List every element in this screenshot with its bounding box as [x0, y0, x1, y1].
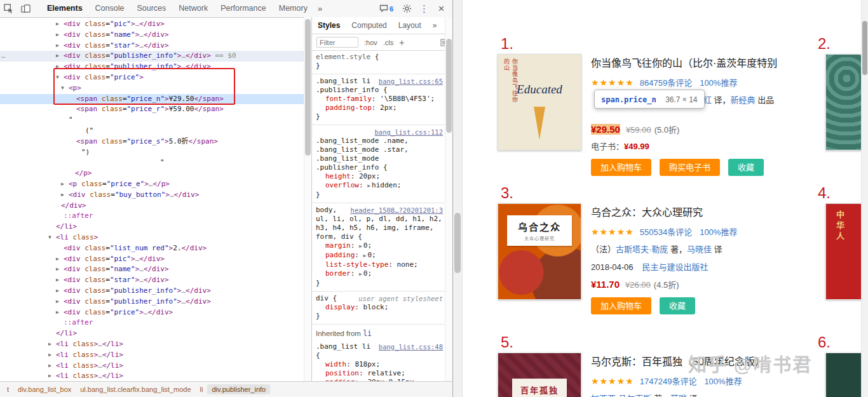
styles-tab-computed[interactable]: Computed	[346, 21, 392, 30]
page-scrollbar[interactable]	[861, 0, 868, 397]
console-messages-indicator[interactable]: 6	[374, 0, 398, 17]
collapsed-arrow-icon[interactable]: ▶	[48, 339, 51, 350]
byline-author-link[interactable]: 古斯塔夫·勒庞	[616, 245, 668, 254]
byline-author-link[interactable]: 新经典	[731, 95, 756, 105]
book-title-link[interactable]: 乌合之众：大众心理研究	[591, 204, 795, 219]
toggle-pseudo-state-button[interactable]: :hov	[364, 39, 377, 46]
css-property-value[interactable]: '\5B8B\4F53';	[380, 95, 435, 103]
book-cover[interactable]: 百年孤独	[498, 353, 581, 397]
tree-node[interactable]: <span class="price_n">¥29.50</span>	[0, 94, 304, 105]
css-property-value[interactable]: 2px;	[380, 104, 397, 112]
css-declaration[interactable]: padding: ▶0;	[316, 251, 443, 260]
collapsed-arrow-icon[interactable]: ▶	[56, 264, 59, 275]
css-property-value[interactable]: 0;	[363, 241, 372, 250]
css-declaration[interactable]: height: 20px;	[316, 172, 443, 181]
byline-author-link[interactable]: 加西亚·马尔克斯	[591, 394, 651, 397]
expand-shorthand-arrow-icon[interactable]: ▶	[359, 243, 362, 249]
collapsed-arrow-icon[interactable]: ▶	[48, 350, 51, 361]
breadcrumb-item[interactable]: div.bang_list_box	[13, 384, 76, 394]
book-title-link[interactable]: 你当像鸟飞往你的山（比尔·盖茨年度特别	[591, 55, 795, 70]
tree-node[interactable]: ▶<p class="price_e">…</p>	[0, 179, 304, 190]
css-property-name[interactable]: list-style-type	[325, 260, 388, 269]
stylesheet-link[interactable]: header_1508…?20201201:3	[351, 206, 443, 215]
collapsed-arrow-icon[interactable]: ▶	[56, 62, 59, 72]
expand-shorthand-arrow-icon[interactable]: ▶	[359, 271, 362, 277]
elements-scrollbar[interactable]	[304, 17, 311, 381]
inherited-node-link[interactable]: li	[363, 329, 372, 338]
tree-node[interactable]: ::after	[0, 211, 304, 222]
page-scrollbar-thumb[interactable]	[862, 21, 867, 75]
css-property-name[interactable]: padding-top	[325, 104, 372, 112]
styles-filter-input[interactable]	[316, 37, 358, 48]
tree-node[interactable]: ▶<li class>…</li>	[0, 339, 304, 350]
css-property-name[interactable]: margin	[325, 241, 351, 250]
tree-node[interactable]: ▶<div class="buy_button">…</div>	[0, 190, 304, 201]
css-property-name[interactable]: border	[325, 269, 351, 278]
collapsed-arrow-icon[interactable]: ▶	[56, 286, 59, 297]
tab-elements[interactable]: Elements	[41, 0, 89, 17]
stylesheet-link[interactable]: bang_list.css:48	[379, 342, 443, 351]
rule-selector[interactable]: .bang_list li	[316, 342, 370, 351]
devtools-page-divider-scrollbar[interactable]	[453, 0, 463, 397]
tree-node[interactable]: <span class="price_s">5.0折</span>	[0, 137, 304, 147]
tree-node[interactable]: ▶<div class="publisher_info">…</div>	[0, 62, 304, 72]
tree-node[interactable]: ▼<li class>	[0, 232, 304, 243]
tree-node[interactable]: ::after	[0, 318, 304, 328]
expand-shorthand-arrow-icon[interactable]: ▶	[363, 253, 367, 259]
review-count-link[interactable]: 1747249条评论	[640, 377, 697, 386]
css-property-value[interactable]: 818px;	[355, 360, 380, 368]
css-declaration[interactable]: margin: ▶0;	[316, 241, 443, 251]
tree-node[interactable]: ▶<li class>…</li>	[0, 371, 304, 381]
tree-node[interactable]: ▶<div class="star">…</div>	[0, 275, 304, 286]
styles-tab-styles[interactable]: Styles	[312, 21, 346, 30]
tree-node[interactable]: </div>	[0, 201, 304, 212]
review-count-link[interactable]: 864759条评论	[640, 78, 692, 88]
css-property-name[interactable]: display	[325, 303, 355, 311]
device-toolbar-icon[interactable]	[17, 0, 34, 17]
css-property-value[interactable]: 0;	[363, 269, 372, 278]
byline-author-link[interactable]: 范晔	[670, 394, 687, 397]
styles-tabs-overflow-chevron[interactable]: »	[427, 21, 443, 30]
rule-selector[interactable]: element.style	[316, 53, 370, 61]
buy-ebook-button[interactable]: 购买电子书	[660, 159, 720, 176]
tab-sources[interactable]: Sources	[130, 0, 172, 17]
tabs-overflow-chevron[interactable]: »	[314, 0, 326, 17]
tree-node[interactable]: …▶<div class="publisher_info">…</div> ==…	[0, 51, 304, 62]
favorite-button[interactable]: 收藏	[728, 159, 764, 176]
styles-tab-layout[interactable]: Layout	[393, 21, 427, 30]
tree-node[interactable]: ▶<div class="star">…</div>	[0, 41, 304, 51]
css-declaration[interactable]: list-style-type: none;	[316, 260, 443, 269]
tab-performance[interactable]: Performance	[214, 0, 273, 17]
collapsed-arrow-icon[interactable]: ▶	[56, 30, 59, 41]
collapsed-arrow-icon[interactable]: ▶	[61, 190, 64, 201]
breadcrumb-item[interactable]: t	[3, 384, 13, 394]
tree-node[interactable]: ▶<li class>…</li>	[0, 350, 304, 361]
tree-node[interactable]: ▼<p>	[0, 83, 304, 94]
collapsed-arrow-icon[interactable]: ▶	[48, 361, 51, 372]
book-cover[interactable]: 你当像鸟飞往你的山Educated	[498, 54, 581, 151]
tree-node[interactable]: ")	[0, 147, 304, 158]
collapsed-arrow-icon[interactable]: ▶	[56, 275, 59, 286]
inspect-element-icon[interactable]	[0, 0, 17, 17]
tree-node[interactable]: ▶<div class="name">…</div>	[0, 30, 304, 41]
tree-node[interactable]: ▶<li class>…</li>	[0, 361, 304, 372]
css-declaration[interactable]: display: block;	[316, 303, 443, 312]
expanded-arrow-icon[interactable]: ▼	[48, 232, 51, 243]
css-property-name[interactable]: height	[325, 172, 351, 180]
css-property-value[interactable]: relative;	[367, 369, 405, 377]
favorite-button[interactable]: 收藏	[660, 297, 695, 314]
tree-node[interactable]: ▶<div class="publisher_info">…</div>	[0, 297, 304, 307]
breadcrumb-item[interactable]: li	[196, 384, 208, 394]
add-to-cart-button[interactable]: 加入购物车	[591, 159, 651, 176]
collapsed-arrow-icon[interactable]: ▶	[56, 51, 59, 62]
collapsed-arrow-icon[interactable]: ▶	[56, 41, 59, 51]
collapsed-arrow-icon[interactable]: ▶	[56, 297, 59, 307]
css-declaration[interactable]: font-family: '\5B8B\4F53';	[316, 95, 443, 104]
css-property-value[interactable]: hidden;	[372, 181, 401, 189]
tree-node[interactable]: ▶<div class="name">…</div>	[0, 264, 304, 275]
tree-node[interactable]: <div class="list_num red">2.</div>	[0, 243, 304, 254]
tree-node[interactable]: <span class="price_r">¥59.00</span>	[0, 104, 304, 115]
css-property-name[interactable]: font-family	[325, 95, 372, 103]
expand-shorthand-arrow-icon[interactable]: ▶	[367, 183, 370, 189]
tree-node[interactable]: </li>	[0, 328, 304, 339]
